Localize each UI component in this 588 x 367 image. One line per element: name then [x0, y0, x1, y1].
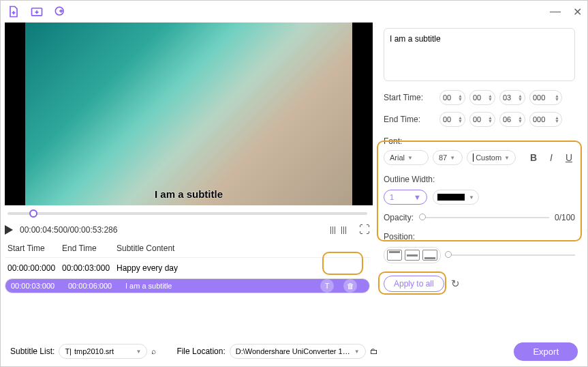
add-file-icon[interactable]	[6, 4, 21, 19]
table-row[interactable]: 00:00:00:000 00:00:03:000 Happy every da…	[5, 258, 370, 278]
waveform-icon[interactable]: ⫼⫼	[328, 224, 350, 236]
file-location-label: File Location:	[176, 347, 225, 356]
start-mm[interactable]: 00▲▼	[469, 90, 495, 105]
add-folder-icon[interactable]	[29, 4, 44, 19]
table-row[interactable]: 00:00:03:000 00:00:06:000 I am a subtitl…	[5, 278, 370, 293]
file-location-select[interactable]: D:\Wondershare UniConverter 13\SubEd▼	[230, 344, 366, 359]
close-icon[interactable]: ✕	[573, 5, 582, 18]
seek-slider[interactable]	[5, 209, 370, 218]
video-preview: I am a subtitle	[5, 23, 373, 205]
add-url-icon[interactable]	[52, 4, 67, 19]
add-subtitle-icon[interactable]: T	[320, 279, 334, 293]
end-ms[interactable]: 000▲▼	[529, 112, 562, 127]
start-ss[interactable]: 03▲▼	[499, 90, 525, 105]
subtitle-text-input[interactable]	[384, 28, 575, 81]
delete-subtitle-icon[interactable]: 🗑	[343, 279, 357, 293]
search-icon[interactable]: ⌕	[151, 347, 156, 356]
subtitle-list-label: Subtitle List:	[10, 347, 55, 356]
minimize-icon[interactable]: —	[550, 5, 561, 18]
subtitle-list-select[interactable]: T| tmp2010.srt▼	[59, 344, 147, 359]
export-button[interactable]: Export	[514, 342, 578, 361]
end-time-label: End Time:	[384, 115, 435, 124]
browse-folder-icon[interactable]: 🗀	[370, 347, 378, 356]
position-slider[interactable]	[445, 254, 575, 256]
start-hh[interactable]: 00▲▼	[439, 90, 465, 105]
fullscreen-icon[interactable]: ⛶	[359, 224, 370, 236]
start-ms[interactable]: 000▲▼	[529, 90, 562, 105]
reset-icon[interactable]: ↻	[451, 278, 460, 290]
position-top[interactable]	[387, 250, 402, 261]
opacity-slider[interactable]	[419, 217, 549, 218]
end-ss[interactable]: 06▲▼	[499, 112, 525, 127]
end-mm[interactable]: 00▲▼	[469, 112, 495, 127]
preview-subtitle: I am a subtitle	[155, 188, 223, 200]
col-end: End Time	[62, 244, 117, 253]
col-start: Start Time	[7, 244, 62, 253]
time-display: 00:00:04:500/00:00:53:286	[20, 225, 117, 235]
end-hh[interactable]: 00▲▼	[439, 112, 465, 127]
play-button[interactable]	[5, 225, 13, 235]
position-middle[interactable]	[405, 250, 420, 261]
start-time-label: Start Time:	[384, 93, 435, 102]
position-bottom[interactable]	[422, 250, 437, 261]
